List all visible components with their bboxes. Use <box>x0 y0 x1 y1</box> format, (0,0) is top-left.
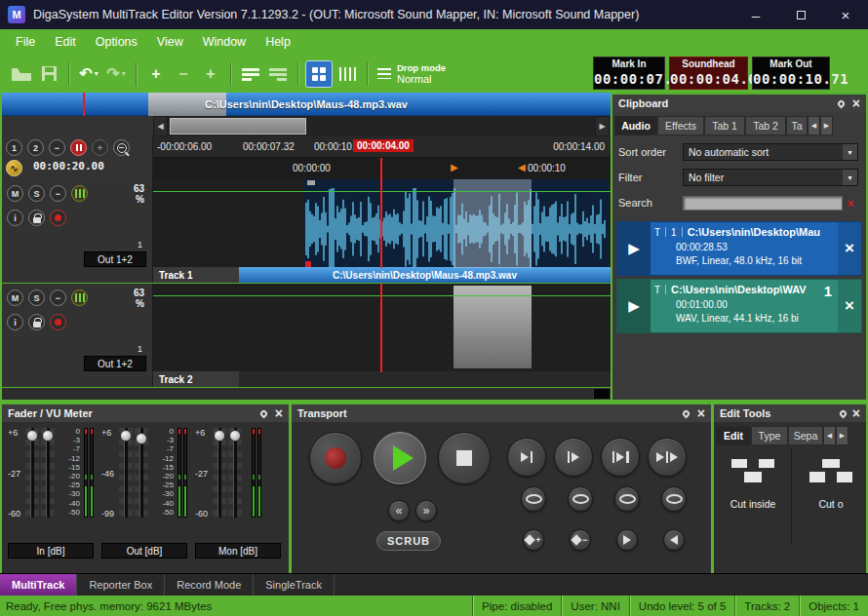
stop-button[interactable] <box>438 432 491 484</box>
menu-item-window[interactable]: Window <box>193 31 256 53</box>
mute-button[interactable]: M <box>7 185 23 202</box>
fader-slider[interactable] <box>41 428 55 518</box>
tab-scroll-left-button[interactable]: ◀ <box>823 426 836 445</box>
fader-slider[interactable] <box>119 428 133 518</box>
snap-mode-button[interactable] <box>305 60 333 88</box>
play-selection-button[interactable] <box>601 438 640 477</box>
add-track-button[interactable] <box>238 60 263 88</box>
maximize-button[interactable] <box>778 0 823 29</box>
add-object-button[interactable]: + <box>143 60 169 88</box>
info-button[interactable]: i <box>7 314 23 330</box>
close-panel-button[interactable]: × <box>852 96 860 110</box>
preview-play-button[interactable]: ▶ <box>617 280 651 332</box>
lock-button[interactable] <box>28 314 45 330</box>
expand-tracks-button[interactable]: + <box>92 139 108 156</box>
info-button[interactable]: i <box>7 210 23 226</box>
fader-knob[interactable] <box>26 430 38 442</box>
remove-item-button[interactable]: × <box>838 280 861 332</box>
clear-search-button[interactable]: × <box>843 196 858 211</box>
selection-region[interactable] <box>454 179 532 268</box>
tab-singletrack[interactable]: SingleTrack <box>254 574 335 596</box>
loop-button-3[interactable] <box>614 486 640 512</box>
tab-multitrack[interactable]: MultiTrack <box>0 574 77 596</box>
mute-button[interactable]: M <box>7 289 23 306</box>
timeline-ruler-row1[interactable]: -00:00:06.00 00:00:07.32 00:00:10.71 00:… <box>153 136 611 158</box>
clipboard-item-1[interactable]: ▶ T 1 C:\Users\nin\Desktop\Mau 00:00:28.… <box>616 221 862 276</box>
tab-scroll-right-button[interactable]: ▶ <box>836 426 848 445</box>
solo-button[interactable]: S <box>28 289 45 306</box>
fader-knob[interactable] <box>136 433 147 444</box>
clip-marker[interactable] <box>307 180 315 185</box>
output-assign-button[interactable]: Out 1+2 <box>84 251 146 267</box>
remove-item-button[interactable]: × <box>838 222 861 275</box>
tab-effects[interactable]: Effects <box>657 116 704 135</box>
play-to-mark-button[interactable] <box>507 438 546 477</box>
tab-2[interactable]: Tab 2 <box>745 116 786 135</box>
meter-button[interactable] <box>71 289 88 306</box>
pin-icon[interactable] <box>258 408 268 418</box>
tab-record-mode[interactable]: Record Mode <box>165 574 254 596</box>
scrub-button[interactable]: SCRUB <box>376 531 441 551</box>
out-db-button[interactable]: Out [dB] <box>101 543 187 558</box>
menu-item-edit[interactable]: Edit <box>45 31 86 53</box>
fader-knob[interactable] <box>229 430 241 442</box>
sort-order-select[interactable]: No automatic sort▾ <box>683 143 858 161</box>
timeline-ruler-row2[interactable]: 00:00:00 ▶ ◀ 00:00:10 <box>153 158 611 179</box>
grid-button[interactable] <box>335 60 360 88</box>
zoom-out-button[interactable] <box>113 139 130 156</box>
tab-overflow[interactable]: Ta <box>786 116 808 135</box>
overview-bar[interactable]: C:\Users\nin\Desktop\Maus-48.mp3.wav <box>2 93 611 116</box>
tab-audio[interactable]: Audio <box>614 116 657 135</box>
in-db-button[interactable]: In [dB] <box>8 543 94 558</box>
record-arm-button[interactable] <box>50 210 66 226</box>
tab-reporter-box[interactable]: Reporter Box <box>77 574 165 596</box>
track-2-button[interactable]: 2 <box>27 139 44 156</box>
play-button[interactable] <box>374 432 426 484</box>
record-arm-button[interactable] <box>50 314 66 330</box>
fader-knob[interactable] <box>42 430 54 442</box>
lock-button[interactable] <box>28 210 45 226</box>
tab-scroll-right-button[interactable]: ▶ <box>820 116 833 135</box>
close-panel-button[interactable]: × <box>852 406 860 420</box>
cut-outside-button[interactable]: Cut o <box>796 449 866 543</box>
output-assign-button[interactable]: Out 1+2 <box>84 356 146 371</box>
fader-knob[interactable] <box>214 430 225 442</box>
menu-item-options[interactable]: Options <box>86 31 147 53</box>
app-icon[interactable]: M <box>8 6 25 23</box>
tab-type[interactable]: Type <box>751 426 788 445</box>
minimize-track-button[interactable]: − <box>50 289 66 306</box>
preview-play-button[interactable]: ▶ <box>617 222 651 275</box>
track-1-lane[interactable] <box>153 179 611 268</box>
waveform-zoom-button[interactable]: ∿ <box>6 160 22 176</box>
save-button[interactable] <box>36 60 61 88</box>
pin-icon[interactable] <box>681 408 690 418</box>
remove-track-button[interactable] <box>265 60 291 88</box>
delete-marker-button[interactable]: − <box>570 529 591 551</box>
solo-button[interactable]: S <box>28 185 45 202</box>
fader-slider[interactable] <box>135 428 148 518</box>
minimize-track-button[interactable]: − <box>50 185 66 202</box>
tab-edit[interactable]: Edit <box>716 426 751 445</box>
loop-button-2[interactable] <box>568 486 593 512</box>
loop-button-4[interactable] <box>661 486 687 512</box>
loop-button-1[interactable] <box>521 486 546 512</box>
menu-item-view[interactable]: View <box>147 31 193 53</box>
mark-out-flag-icon[interactable]: ◀ <box>518 162 526 173</box>
track-1-button[interactable]: 1 <box>6 139 22 156</box>
add-marker-button[interactable]: + <box>523 529 544 551</box>
open-button[interactable] <box>9 60 34 88</box>
drop-mode-indicator[interactable]: Drop mode Normal <box>377 62 446 85</box>
close-panel-button[interactable]: × <box>697 406 705 420</box>
clipboard-item-2[interactable]: ▶ T C:\Users\nin\Desktop\WAV 00:01:00.00… <box>616 279 862 333</box>
clip-handle[interactable] <box>305 261 311 267</box>
filter-select[interactable]: No filter▾ <box>683 169 858 186</box>
fader-slider[interactable] <box>228 428 242 518</box>
skip-back-button[interactable]: « <box>388 500 410 521</box>
pin-icon[interactable] <box>838 408 848 418</box>
close-panel-button[interactable]: × <box>275 406 283 420</box>
next-marker-button[interactable] <box>616 529 638 551</box>
tab-scroll-left-button[interactable]: ◀ <box>808 116 820 135</box>
scroll-left-button[interactable]: ◀ <box>153 116 168 136</box>
search-input[interactable] <box>683 196 843 211</box>
collapse-tracks-button[interactable]: − <box>49 139 65 156</box>
